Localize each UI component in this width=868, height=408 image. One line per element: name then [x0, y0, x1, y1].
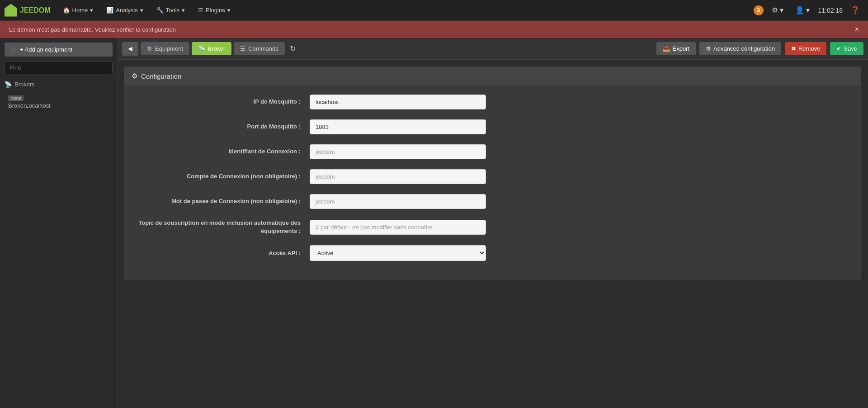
sidebar: ➕ + Add an equipment 📡 Brokers None Brok…	[0, 38, 118, 408]
tab-actions: 📤 Export ⚙ Advanced configuration ✖ Remo…	[656, 42, 863, 55]
nav-analysis[interactable]: 📊 Analysis ▾	[101, 4, 148, 16]
advanced-icon: ⚙	[706, 45, 711, 52]
broker-badge: None	[8, 95, 24, 101]
label-password: Mot de passe de Connexion (non obligatoi…	[138, 197, 310, 205]
save-button[interactable]: ✔ Save	[830, 42, 863, 55]
logo-icon	[5, 4, 17, 17]
tab-commands[interactable]: ☰ Commands	[234, 42, 284, 55]
label-account: Compte de Connexion (non obligatoire) :	[138, 172, 310, 180]
label-id: Identifiant de Connexion :	[138, 147, 310, 156]
brokers-section-title: 📡 Brokers	[5, 81, 113, 88]
notification-badge[interactable]: 3	[754, 5, 764, 15]
commands-tab-icon: ☰	[240, 45, 245, 52]
logo-text: JEEDOM	[20, 6, 51, 14]
broker-tab-icon: 📡	[198, 45, 205, 52]
config-header: ⚙ Configuration	[124, 66, 861, 85]
config-title: Configuration	[141, 72, 181, 80]
config-body: IP de Mosquitto : Port de Mosquitto : Id…	[124, 85, 861, 280]
search-input[interactable]	[5, 61, 113, 74]
broker-name: BrokerLocalhost	[8, 102, 109, 109]
sidebar-broker-item[interactable]: None BrokerLocalhost	[5, 92, 113, 111]
input-port[interactable]	[310, 119, 486, 134]
tab-broker[interactable]: 📡 Broker	[192, 42, 231, 55]
nav-home[interactable]: 🏠 Home ▾	[57, 4, 99, 16]
alert-message: Le démon n'est pas démarrable. Veuillez …	[9, 26, 176, 33]
form-row-port: Port de Mosquitto :	[138, 119, 848, 134]
help-icon[interactable]: ❓	[847, 4, 863, 16]
remove-button[interactable]: ✖ Remove	[785, 42, 826, 55]
form-row-api: Accès API : Activé Désactivé	[138, 245, 848, 261]
label-api: Accès API :	[138, 249, 310, 257]
input-ip[interactable]	[310, 95, 486, 109]
content-area: ◄ ⚙ Equipment 📡 Broker ☰ Commands ↻ 📤 Ex…	[118, 38, 868, 408]
export-icon: 📤	[663, 45, 670, 52]
logo: JEEDOM	[5, 4, 51, 17]
main-layout: ➕ + Add an equipment 📡 Brokers None Brok…	[0, 38, 868, 408]
alert-close-button[interactable]: ×	[855, 25, 859, 33]
navbar: JEEDOM 🏠 Home ▾ 📊 Analysis ▾ 🔧 Tools ▾ ☰…	[0, 0, 868, 21]
broker-icon: 📡	[5, 81, 12, 88]
plugins-icon: ☰	[198, 7, 203, 14]
nav-plugins[interactable]: ☰ Plugins ▾	[193, 4, 236, 16]
chevron-down-icon: ▾	[227, 7, 231, 14]
tab-equipment[interactable]: ⚙ Equipment	[141, 42, 189, 55]
plus-icon: ➕	[10, 46, 17, 53]
form-row-password: Mot de passe de Connexion (non obligatoi…	[138, 194, 848, 209]
select-api[interactable]: Activé Désactivé	[310, 245, 486, 261]
chevron-down-icon: ▾	[182, 7, 185, 14]
input-id[interactable]	[310, 144, 486, 159]
settings-icon[interactable]: ⚙ ▾	[768, 4, 787, 16]
tools-icon: 🔧	[156, 7, 164, 14]
alert-bar: Le démon n'est pas démarrable. Veuillez …	[0, 21, 868, 38]
input-topic[interactable]	[310, 220, 486, 235]
export-button[interactable]: 📤 Export	[656, 42, 696, 55]
analysis-icon: 📊	[106, 7, 113, 14]
label-port: Port de Mosquitto :	[138, 123, 310, 131]
config-gear-icon: ⚙	[132, 72, 137, 80]
clock: 11:02:18	[818, 7, 843, 14]
remove-icon: ✖	[791, 45, 796, 52]
user-icon[interactable]: 👤 ▾	[792, 4, 813, 16]
tab-bar: ◄ ⚙ Equipment 📡 Broker ☰ Commands ↻ 📤 Ex…	[118, 38, 868, 60]
refresh-button[interactable]: ↻	[287, 42, 298, 56]
input-password[interactable]	[310, 194, 486, 209]
form-row-account: Compte de Connexion (non obligatoire) :	[138, 169, 848, 184]
form-row-ip: IP de Mosquitto :	[138, 95, 848, 109]
input-account[interactable]	[310, 169, 486, 184]
form-row-topic: Topic de souscription en mode inclusion …	[138, 219, 848, 235]
label-ip: IP de Mosquitto :	[138, 98, 310, 106]
back-button[interactable]: ◄	[122, 42, 138, 56]
navbar-right: 3 ⚙ ▾ 👤 ▾ 11:02:18 ❓	[754, 4, 863, 16]
chevron-down-icon: ▾	[140, 7, 143, 14]
advanced-config-button[interactable]: ⚙ Advanced configuration	[699, 42, 781, 55]
config-section: ⚙ Configuration IP de Mosquitto : Port d…	[124, 66, 861, 280]
save-icon: ✔	[836, 45, 841, 52]
equipment-tab-icon: ⚙	[147, 45, 152, 52]
home-icon: 🏠	[63, 7, 70, 14]
add-equipment-button[interactable]: ➕ + Add an equipment	[5, 43, 113, 57]
chevron-down-icon: ▾	[90, 7, 93, 14]
label-topic: Topic de souscription en mode inclusion …	[138, 219, 310, 235]
nav-tools[interactable]: 🔧 Tools ▾	[151, 4, 190, 16]
form-row-id: Identifiant de Connexion :	[138, 144, 848, 159]
